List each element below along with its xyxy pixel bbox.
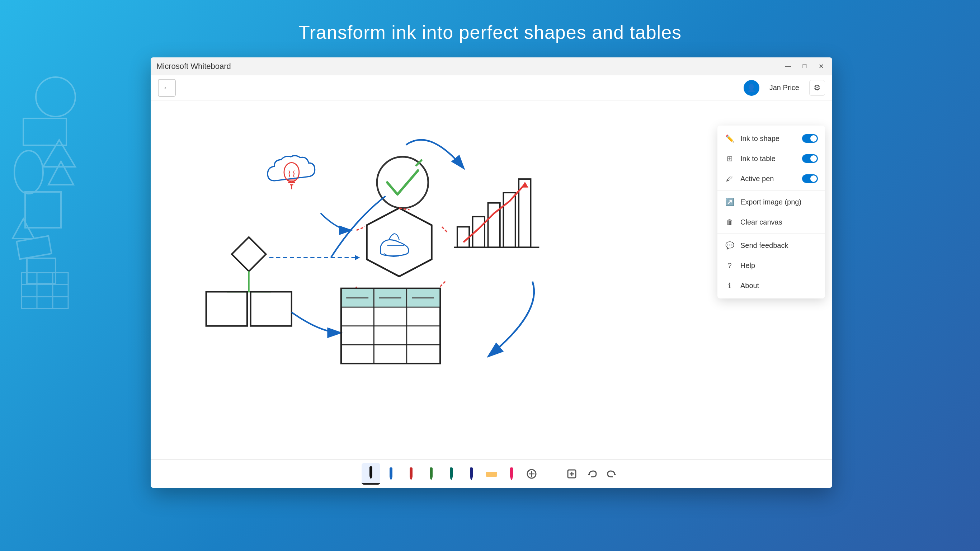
pen-red-icon — [406, 467, 416, 480]
export-icon: ↗️ — [725, 197, 735, 207]
menu-divider-2 — [718, 234, 825, 234]
ink-to-table-icon: ⊞ — [725, 153, 735, 164]
svg-marker-71 — [369, 476, 372, 479]
svg-marker-79 — [450, 478, 453, 480]
active-pen-toggle[interactable] — [802, 174, 818, 183]
pen-black-icon — [366, 467, 376, 479]
canvas-area[interactable]: ✏️ Ink to shape ⊞ Ink to table 🖊 Active … — [151, 100, 832, 459]
bottom-toolbar — [151, 459, 832, 488]
ink-to-shape-icon: ✏️ — [725, 134, 735, 143]
export-image-label: Export image (png) — [740, 198, 818, 206]
svg-marker-77 — [430, 478, 433, 480]
svg-marker-68 — [522, 182, 528, 188]
svg-marker-92 — [587, 473, 590, 475]
pen-tool-navy[interactable] — [462, 463, 480, 485]
svg-marker-75 — [410, 478, 412, 480]
minimize-button[interactable]: — — [783, 61, 794, 72]
svg-rect-8 — [27, 258, 56, 283]
title-bar: Microsoft Whiteboard — □ ✕ — [151, 57, 832, 75]
svg-marker-84 — [510, 478, 513, 480]
avatar[interactable]: 👤 — [744, 80, 759, 96]
pen-tool-blue[interactable] — [382, 463, 400, 485]
svg-point-33 — [377, 157, 428, 208]
page-title: Transform ink into perfect shapes and ta… — [0, 0, 980, 43]
close-button[interactable]: ✕ — [816, 61, 826, 72]
menu-item-active-pen[interactable]: 🖊 Active pen — [718, 169, 825, 189]
user-button[interactable]: Jan Price — [764, 81, 805, 95]
svg-rect-49 — [251, 291, 292, 326]
dropdown-menu: ✏️ Ink to shape ⊞ Ink to table 🖊 Active … — [718, 126, 825, 298]
pen-tool-pink[interactable] — [502, 463, 521, 485]
svg-marker-5 — [48, 161, 73, 185]
menu-divider-1 — [718, 190, 825, 191]
lasso-icon — [546, 468, 557, 479]
add-tool[interactable] — [562, 463, 581, 485]
about-icon: ℹ — [725, 280, 735, 291]
undo-icon — [586, 468, 598, 479]
back-button[interactable]: ← — [158, 79, 176, 97]
pen-tool-green[interactable] — [422, 463, 441, 485]
svg-rect-62 — [457, 227, 469, 247]
menu-item-send-feedback[interactable]: 💬 Send feedback — [718, 235, 825, 255]
svg-rect-76 — [430, 467, 433, 478]
pen-pink-icon — [506, 467, 517, 480]
svg-rect-48 — [206, 291, 247, 326]
svg-rect-82 — [486, 472, 497, 477]
lasso-tool[interactable] — [542, 463, 561, 485]
add-icon — [566, 468, 578, 479]
svg-rect-9 — [22, 272, 68, 309]
app-window: Microsoft Whiteboard — □ ✕ ← 👤 Jan Pric — [151, 57, 832, 488]
pen-green-icon — [426, 467, 436, 480]
svg-rect-6 — [16, 236, 51, 260]
active-pen-icon: 🖊 — [725, 174, 735, 184]
svg-marker-2 — [43, 140, 75, 167]
svg-marker-37 — [355, 255, 360, 260]
ink-to-table-toggle[interactable] — [802, 154, 818, 163]
menu-item-export-image[interactable]: ↗️ Export image (png) — [718, 192, 825, 212]
svg-rect-80 — [470, 467, 473, 478]
pen-tool-red[interactable] — [402, 463, 420, 485]
trash-icon: 🗑 — [725, 217, 735, 227]
pen-teal-icon — [446, 467, 456, 480]
feedback-icon: 💬 — [725, 240, 735, 250]
svg-line-41 — [440, 282, 445, 287]
menu-item-about[interactable]: ℹ About — [718, 276, 825, 296]
menu-item-ink-to-table[interactable]: ⊞ Ink to table — [718, 148, 825, 169]
ink-to-shape-label: Ink to shape — [740, 135, 796, 143]
menu-item-help[interactable]: ? Help — [718, 255, 825, 276]
send-feedback-label: Send feedback — [740, 241, 818, 250]
pen-navy-icon — [466, 467, 476, 480]
window-title: Microsoft Whiteboard — [156, 62, 231, 71]
title-bar-controls: — □ ✕ — [783, 61, 826, 72]
toolbar-left: ← — [158, 79, 176, 97]
help-icon: ? — [725, 260, 735, 271]
eraser-icon — [526, 468, 537, 479]
svg-point-0 — [36, 77, 75, 116]
menu-item-ink-to-shape[interactable]: ✏️ Ink to shape — [718, 128, 825, 148]
clear-canvas-label: Clear canvas — [740, 218, 818, 226]
svg-line-38 — [356, 227, 365, 230]
ink-to-table-label: Ink to table — [740, 154, 796, 163]
maximize-button[interactable]: □ — [799, 61, 810, 72]
about-label: About — [740, 282, 818, 290]
undo-button[interactable] — [582, 463, 601, 485]
ink-to-shape-toggle[interactable] — [802, 134, 818, 143]
user-name: Jan Price — [770, 84, 799, 92]
redo-icon — [606, 468, 618, 479]
pen-tool-yellow[interactable] — [482, 463, 501, 485]
svg-rect-83 — [510, 467, 513, 478]
settings-button[interactable]: ⚙ — [809, 80, 825, 96]
pen-tool-black[interactable] — [361, 463, 380, 485]
eraser-tool[interactable] — [522, 463, 541, 485]
svg-marker-7 — [13, 219, 34, 239]
help-label: Help — [740, 261, 818, 270]
svg-rect-74 — [410, 467, 412, 478]
svg-marker-44 — [232, 237, 266, 271]
redo-button[interactable] — [603, 463, 621, 485]
svg-rect-72 — [390, 467, 393, 478]
svg-marker-73 — [390, 478, 393, 480]
svg-marker-81 — [470, 478, 473, 480]
menu-item-clear-canvas[interactable]: 🗑 Clear canvas — [718, 212, 825, 232]
pen-blue-icon — [386, 467, 396, 480]
pen-tool-teal[interactable] — [442, 463, 461, 485]
